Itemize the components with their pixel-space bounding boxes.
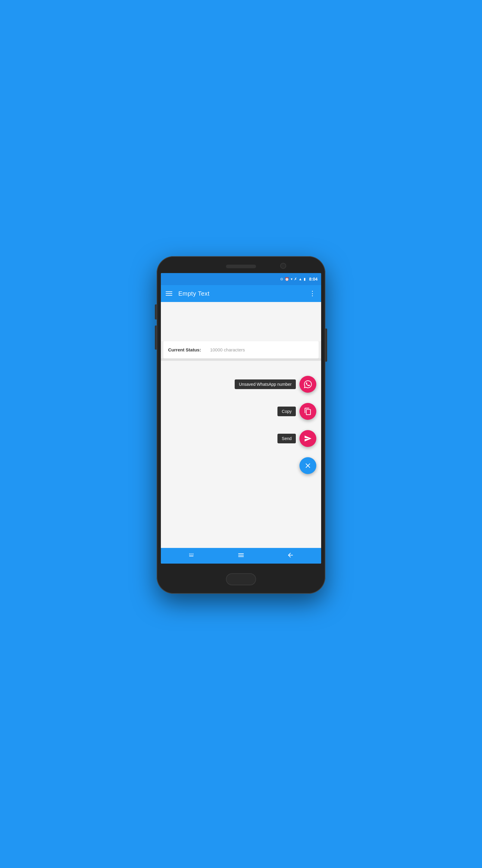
app-title: Empty Text [178, 290, 309, 297]
power-button [325, 329, 327, 362]
wifi-icon: ▾ [291, 277, 292, 281]
battery-icon: ▮ [304, 277, 306, 281]
status-icons: ⊝ ⏰ ▾ ✗ ▲ ▮ 8:04 [280, 277, 318, 281]
volume-up-button [155, 304, 157, 319]
copy-icon [304, 407, 312, 415]
phone-wrapper: ⊝ ⏰ ▾ ✗ ▲ ▮ 8:04 E [157, 256, 325, 594]
status-bar: ⊝ ⏰ ▾ ✗ ▲ ▮ 8:04 [161, 273, 321, 285]
time-display: 8:04 [309, 277, 318, 281]
menu-line-1 [166, 291, 172, 292]
whatsapp-icon [304, 380, 312, 388]
keyboard-icon [188, 552, 195, 559]
alarm-icon: ⏰ [285, 277, 289, 281]
toolbar: Empty Text ⋮ [161, 285, 321, 302]
mute-icon: ⊝ [280, 277, 283, 281]
home-icon [237, 552, 245, 559]
copy-fab-label: Copy [278, 407, 296, 416]
send-fab-row: Send [278, 430, 316, 447]
content-area: Current Status: 10000 characters Unsaved… [161, 302, 321, 564]
keyboard-nav-icon[interactable] [188, 552, 195, 560]
signal-icon: ▲ [298, 277, 302, 281]
volume-down-button [155, 326, 157, 350]
whatsapp-fab-row: Unsaved WhatsApp number [235, 376, 316, 393]
menu-button[interactable] [166, 291, 172, 296]
copy-fab-row: Copy [278, 403, 316, 420]
send-icon [304, 435, 312, 442]
phone-body: ⊝ ⏰ ▾ ✗ ▲ ▮ 8:04 E [157, 256, 325, 594]
send-fab-button[interactable] [299, 430, 316, 447]
close-fab-row [299, 457, 316, 474]
phone-speaker [226, 265, 256, 268]
close-fab-button[interactable] [299, 457, 316, 474]
phone-camera [280, 263, 286, 269]
phone-screen: ⊝ ⏰ ▾ ✗ ▲ ▮ 8:04 E [161, 273, 321, 564]
send-fab-label: Send [278, 434, 296, 443]
status-label: Current Status: [168, 347, 201, 352]
overflow-menu-button[interactable]: ⋮ [309, 290, 316, 298]
copy-fab-button[interactable] [299, 403, 316, 420]
back-icon [287, 552, 294, 559]
menu-line-3 [166, 295, 172, 296]
back-nav-icon[interactable] [287, 552, 294, 560]
signal-x-icon: ✗ [294, 277, 297, 281]
status-value: 10000 characters [210, 347, 245, 352]
menu-line-2 [166, 293, 172, 294]
separator [161, 358, 321, 361]
bottom-navigation [161, 548, 321, 564]
whatsapp-fab-label: Unsaved WhatsApp number [235, 379, 296, 389]
whatsapp-fab-button[interactable] [299, 376, 316, 393]
menu-nav-icon[interactable] [237, 552, 245, 560]
status-card: Current Status: 10000 characters [163, 341, 319, 358]
home-button[interactable] [226, 573, 256, 585]
close-icon [304, 462, 312, 470]
text-input-area[interactable] [161, 302, 321, 341]
fab-area: Unsaved WhatsApp number Copy [161, 361, 321, 548]
